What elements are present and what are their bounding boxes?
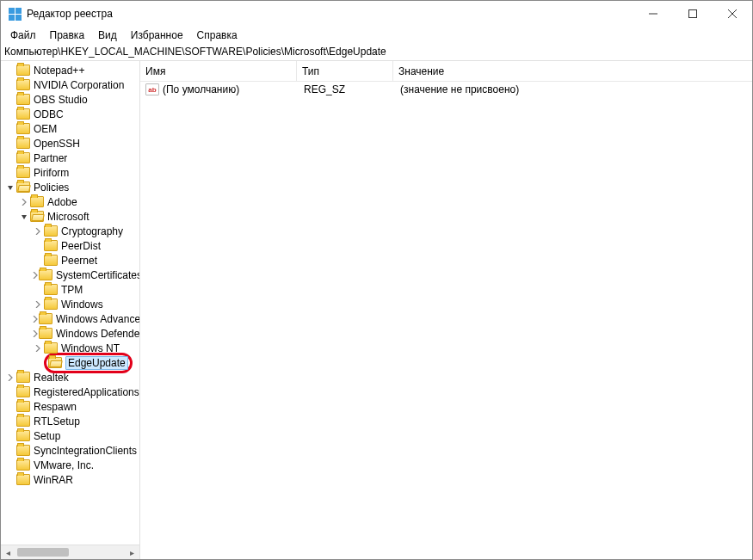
window-title: Редактор реестра	[27, 8, 633, 20]
tree-item[interactable]: ODBC	[1, 107, 139, 121]
folder-icon	[16, 167, 30, 178]
folder-icon	[16, 415, 30, 427]
chevron-right-icon[interactable]	[32, 314, 39, 324]
tree-item-label: Policies	[34, 182, 69, 194]
tree-item-label: Microsoft	[47, 211, 89, 223]
tree-item[interactable]: Piriform	[1, 165, 139, 180]
chevron-down-icon[interactable]	[18, 212, 30, 222]
value-data: (значение не присвоено)	[395, 83, 752, 95]
chevron-right-icon[interactable]	[32, 226, 44, 237]
folder-icon	[44, 298, 58, 310]
values-list[interactable]: ab(По умолчанию)REG_SZ(значение не присв…	[140, 82, 752, 97]
menu-help[interactable]: Справка	[191, 28, 244, 43]
tree-item-label: SystemCertificates	[56, 269, 139, 281]
folder-icon	[39, 313, 52, 324]
folder-icon	[44, 240, 58, 251]
tree-item[interactable]: PeerDist	[1, 238, 139, 253]
tree-item-label: RegisteredApplications	[34, 386, 139, 398]
tree-item[interactable]: RegisteredApplications	[1, 385, 139, 399]
tree-item-label: Peernet	[61, 255, 97, 267]
tree-item[interactable]: OBS Studio	[1, 92, 139, 107]
tree-item[interactable]: Peernet	[1, 253, 139, 268]
address-bar[interactable]: Компьютер\HKEY_LOCAL_MACHINE\SOFTWARE\Po…	[1, 44, 752, 61]
tree-item[interactable]: SystemCertificates	[1, 268, 139, 282]
close-button[interactable]	[713, 1, 752, 27]
tree-item-label: Adobe	[47, 196, 77, 208]
tree-item[interactable]: Notepad++	[1, 63, 139, 77]
tree-item[interactable]: OpenSSH	[1, 136, 139, 151]
chevron-right-icon[interactable]	[32, 299, 44, 310]
folder-icon	[16, 401, 30, 412]
values-panel: Имя Тип Значение ab(По умолчанию)REG_SZ(…	[140, 61, 752, 559]
chevron-down-icon[interactable]	[4, 182, 16, 193]
tree-item-label: Windows Advanced Threat Protection	[56, 313, 139, 325]
tree-panel: Notepad++NVIDIA CorporationOBS StudioODB…	[1, 61, 140, 559]
tree-item-label: ODBC	[34, 108, 64, 120]
folder-icon	[30, 211, 44, 222]
value-type: REG_SZ	[299, 83, 395, 95]
tree-item-label: WinRAR	[34, 474, 73, 486]
scroll-left-button[interactable]: ◂	[1, 545, 15, 560]
tree-item[interactable]: Policies	[1, 180, 139, 194]
scroll-thumb[interactable]	[17, 548, 69, 557]
menubar: Файл Правка Вид Избранное Справка	[1, 27, 752, 44]
tree-item[interactable]: Microsoft	[1, 209, 139, 224]
tree-item[interactable]: TPM	[1, 282, 139, 297]
scroll-right-button[interactable]: ▸	[125, 545, 139, 560]
tree-item[interactable]: Partner	[1, 151, 139, 165]
chevron-right-icon[interactable]	[32, 329, 39, 339]
chevron-right-icon[interactable]	[32, 270, 39, 280]
chevron-right-icon[interactable]	[32, 343, 44, 354]
tree-item[interactable]: RTLSetup	[1, 414, 139, 428]
tree[interactable]: Notepad++NVIDIA CorporationOBS StudioODB…	[1, 61, 139, 545]
column-value[interactable]: Значение	[393, 61, 752, 81]
tree-item-label: VMware, Inc.	[34, 459, 94, 471]
chevron-right-icon[interactable]	[4, 372, 16, 383]
menu-file[interactable]: Файл	[4, 28, 42, 43]
tree-item-label: EdgeUpdate	[65, 356, 128, 370]
value-row[interactable]: ab(По умолчанию)REG_SZ(значение не присв…	[140, 82, 752, 97]
folder-icon	[16, 123, 30, 134]
menu-favorites[interactable]: Избранное	[125, 28, 189, 43]
chevron-right-icon[interactable]	[18, 197, 30, 207]
menu-edit[interactable]: Правка	[44, 28, 91, 43]
tree-item[interactable]: Windows Advanced Threat Protection	[1, 311, 139, 326]
column-type[interactable]: Тип	[297, 61, 393, 81]
tree-item[interactable]: WinRAR	[1, 472, 139, 487]
folder-icon	[39, 269, 52, 280]
folder-icon	[16, 474, 30, 485]
tree-item[interactable]: Adobe	[1, 194, 139, 209]
tree-item-label: Setup	[34, 430, 60, 442]
column-name[interactable]: Имя	[140, 61, 297, 81]
maximize-button[interactable]	[673, 1, 713, 27]
horizontal-scrollbar[interactable]: ◂ ▸	[1, 545, 139, 559]
titlebar[interactable]: Редактор реестра	[1, 1, 752, 27]
folder-icon	[16, 79, 30, 90]
tree-item[interactable]: Respawn	[1, 399, 139, 414]
highlight-ring: EdgeUpdate	[44, 353, 133, 373]
tree-item[interactable]: Cryptography	[1, 224, 139, 238]
tree-item[interactable]: EdgeUpdate	[1, 355, 139, 370]
tree-item-label: Windows Defender	[56, 328, 139, 340]
minimize-button[interactable]	[633, 1, 673, 27]
folder-icon	[30, 196, 44, 207]
tree-item[interactable]: SyncIntegrationClients	[1, 443, 139, 458]
tree-item-label: OBS Studio	[34, 94, 88, 106]
tree-item[interactable]: OEM	[1, 121, 139, 136]
tree-item-label: Realtek	[34, 372, 69, 384]
folder-icon	[44, 255, 58, 266]
folder-icon	[39, 328, 52, 339]
tree-item-label: Notepad++	[34, 65, 84, 77]
tree-item-label: Piriform	[34, 167, 69, 179]
folder-icon	[16, 182, 30, 193]
tree-item[interactable]: Windows	[1, 297, 139, 311]
tree-item-label: PeerDist	[61, 240, 101, 252]
tree-item[interactable]: Windows Defender	[1, 326, 139, 341]
menu-view[interactable]: Вид	[92, 28, 123, 43]
tree-item[interactable]: VMware, Inc.	[1, 458, 139, 472]
folder-icon	[16, 152, 30, 163]
tree-item[interactable]: Setup	[1, 428, 139, 443]
tree-item[interactable]: NVIDIA Corporation	[1, 77, 139, 92]
svg-rect-1	[689, 10, 697, 18]
folder-icon	[16, 138, 30, 149]
